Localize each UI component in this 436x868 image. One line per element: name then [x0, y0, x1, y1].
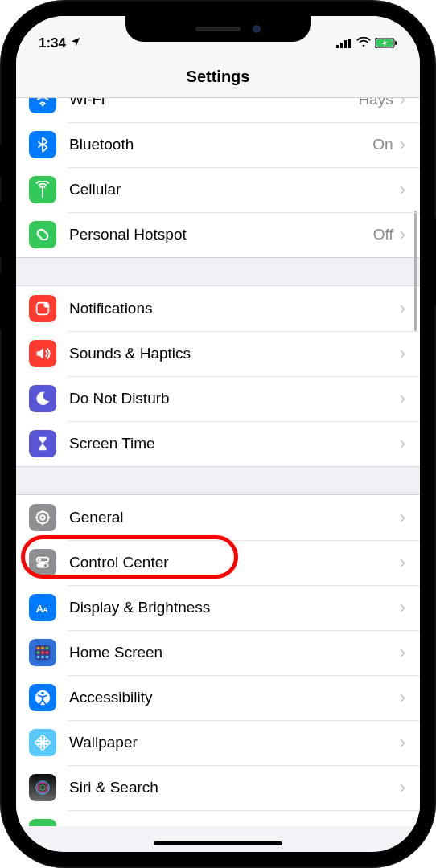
row-label: Screen Time	[69, 435, 400, 452]
settings-row-siri[interactable]: Siri & Search ›	[16, 765, 420, 810]
svg-line-18	[47, 513, 48, 514]
siri-icon	[29, 774, 56, 801]
row-label: Do Not Disturb	[69, 390, 400, 407]
notifications-icon	[29, 295, 56, 322]
settings-row-control-center[interactable]: Control Center ›	[16, 540, 420, 585]
svg-point-22	[44, 564, 47, 567]
settings-row-screentime[interactable]: Screen Time ›	[16, 421, 420, 466]
svg-rect-0	[336, 45, 339, 48]
row-value: Hays	[358, 98, 393, 108]
settings-group-connectivity: Wi-Fi Hays › Bluetooth On › Cellul	[16, 98, 420, 257]
row-label: General	[69, 509, 400, 526]
chevron-right-icon: ›	[400, 224, 405, 245]
svg-rect-3	[348, 39, 351, 48]
front-camera	[253, 25, 261, 33]
settings-row-dnd[interactable]: Do Not Disturb ›	[16, 376, 420, 421]
row-label: Personal Hotspot	[69, 226, 373, 244]
svg-text:A: A	[43, 606, 48, 614]
chevron-right-icon: ›	[400, 642, 405, 663]
svg-point-10	[40, 515, 45, 520]
settings-row-accessibility[interactable]: Accessibility ›	[16, 675, 420, 720]
settings-row-display[interactable]: AA Display & Brightness ›	[16, 585, 420, 630]
svg-rect-32	[37, 656, 40, 659]
chevron-right-icon: ›	[400, 552, 405, 573]
svg-rect-31	[46, 651, 49, 654]
row-label: Sounds & Haptics	[69, 345, 400, 362]
settings-row-hotspot[interactable]: Personal Hotspot Off ›	[16, 212, 420, 257]
group-separator	[16, 257, 420, 286]
grid-icon	[29, 639, 56, 666]
row-value: Off	[373, 226, 393, 244]
chevron-right-icon: ›	[400, 732, 405, 753]
svg-line-15	[38, 513, 39, 514]
settings-row-cellular[interactable]: Cellular ›	[16, 167, 420, 212]
chevron-right-icon: ›	[400, 507, 405, 528]
chevron-right-icon: ›	[400, 777, 405, 798]
screen: 1:34	[16, 16, 420, 852]
chevron-right-icon: ›	[400, 388, 405, 409]
nav-header: Settings	[16, 55, 420, 98]
phone-frame: 1:34	[0, 0, 436, 868]
settings-list[interactable]: Wi-Fi Hays › Bluetooth On › Cellul	[16, 98, 420, 851]
row-value: On	[372, 136, 393, 154]
row-label: Display & Brightness	[69, 599, 400, 616]
settings-row-partial[interactable]	[16, 810, 420, 826]
wifi-icon	[356, 37, 371, 51]
text-size-icon: AA	[29, 594, 56, 621]
svg-rect-28	[46, 647, 49, 650]
svg-point-47	[39, 784, 47, 792]
settings-group-device: General › Control Center › AA	[16, 495, 420, 826]
row-label: Wallpaper	[69, 734, 400, 751]
speaker-grille	[195, 27, 241, 31]
svg-rect-2	[344, 40, 347, 48]
group-separator	[16, 466, 420, 495]
svg-point-20	[39, 559, 42, 562]
row-label: Accessibility	[69, 689, 400, 706]
settings-row-notifications[interactable]: Notifications ›	[16, 286, 420, 331]
row-label: Home Screen	[69, 644, 400, 661]
chevron-right-icon: ›	[400, 597, 405, 618]
chevron-right-icon: ›	[400, 179, 405, 200]
settings-row-bluetooth[interactable]: Bluetooth On ›	[16, 122, 420, 167]
flower-icon	[29, 729, 56, 756]
cellular-signal-icon	[336, 37, 352, 51]
settings-row-home-screen[interactable]: Home Screen ›	[16, 630, 420, 675]
row-label: Siri & Search	[69, 779, 400, 796]
hourglass-icon	[29, 430, 56, 457]
notch	[125, 16, 311, 42]
link-icon	[29, 221, 56, 248]
location-arrow-icon	[70, 35, 81, 51]
svg-point-8	[43, 302, 48, 307]
volume-up-button	[0, 201, 2, 257]
svg-point-48	[40, 785, 45, 790]
svg-line-17	[38, 522, 39, 523]
bluetooth-icon	[29, 131, 56, 158]
chevron-right-icon: ›	[400, 98, 405, 110]
row-label: Control Center	[69, 554, 400, 571]
chevron-right-icon: ›	[400, 687, 405, 708]
battery-charging-icon	[375, 37, 397, 51]
svg-point-36	[41, 692, 44, 695]
status-time: 1:34	[39, 35, 66, 51]
home-indicator[interactable]	[154, 841, 282, 845]
toggles-icon	[29, 549, 56, 576]
svg-rect-33	[41, 656, 44, 659]
row-label: Cellular	[69, 181, 400, 199]
row-label: Notifications	[69, 300, 400, 317]
svg-line-16	[47, 522, 48, 523]
row-label: Wi-Fi	[69, 98, 358, 108]
wifi-icon	[29, 98, 56, 113]
chevron-right-icon: ›	[400, 433, 405, 454]
row-label: Bluetooth	[69, 136, 372, 154]
settings-group-alerts: Notifications › Sounds & Haptics › Do No…	[16, 286, 420, 466]
svg-point-49	[37, 782, 48, 793]
settings-row-general[interactable]: General ›	[16, 495, 420, 540]
gear-icon	[29, 504, 56, 531]
settings-row-wifi[interactable]: Wi-Fi Hays ›	[16, 98, 420, 122]
chevron-right-icon: ›	[400, 134, 405, 155]
speaker-icon	[29, 340, 56, 367]
settings-row-wallpaper[interactable]: Wallpaper ›	[16, 720, 420, 765]
settings-row-sounds[interactable]: Sounds & Haptics ›	[16, 331, 420, 376]
chevron-right-icon: ›	[400, 298, 405, 319]
svg-rect-1	[340, 43, 343, 48]
